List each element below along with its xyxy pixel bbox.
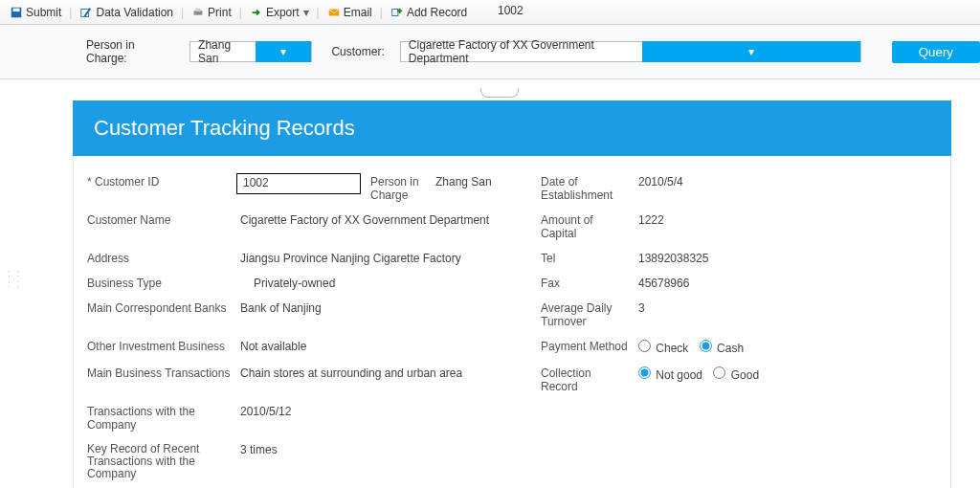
customer-select[interactable]: Cigarette Factory of XX Government Depar… [400, 41, 861, 62]
separator: | [237, 6, 244, 19]
payment-check-option[interactable]: Check [638, 342, 688, 355]
mbt-label: Main Business Transactions [83, 365, 236, 395]
print-label: Print [208, 6, 232, 19]
tel-value: 13892038325 [635, 250, 927, 267]
collection-label: Collection Record [537, 365, 635, 395]
validate-label: Data Validation [96, 6, 173, 19]
customer-id-label: * Customer ID [83, 173, 236, 204]
adt-value: 3 [635, 299, 927, 330]
krr-value: 3 times [236, 441, 529, 483]
svg-rect-4 [195, 8, 200, 11]
add-record-icon [390, 6, 404, 19]
page-title: Customer Tracking Records [73, 100, 951, 156]
validate-icon [79, 6, 93, 19]
person-in-charge-label: Person in Charge [367, 173, 432, 204]
add-record-label: Add Record [407, 6, 467, 19]
customer-id-input[interactable]: 1002 [236, 173, 361, 194]
print-button[interactable]: Print [186, 4, 237, 21]
banks-label: Main Correspondent Banks [83, 299, 236, 330]
submit-button[interactable]: Submit [4, 4, 67, 21]
payment-label: Payment Method [537, 338, 635, 357]
banks-value: Bank of Nanjing [236, 299, 537, 330]
tel-label: Tel [537, 250, 635, 267]
submit-label: Submit [26, 6, 61, 19]
print-icon [191, 6, 205, 19]
person-in-charge-filter-label: Person in Charge: [86, 38, 174, 65]
email-button[interactable]: Email [322, 4, 378, 21]
capital-value: 1222 [635, 211, 927, 242]
customer-name-value: Cigarette Factory of XX Government Depar… [236, 211, 537, 242]
customer-filter-label: Customer: [331, 45, 384, 58]
save-icon [10, 6, 23, 19]
payment-cash-option[interactable]: Cash [700, 342, 744, 355]
fax-value: 45678966 [635, 275, 927, 292]
separator: | [315, 6, 322, 19]
email-icon [327, 6, 341, 19]
collection-radio-group: Not good Good [635, 365, 927, 395]
record-form: * Customer ID 1002 Person in Charge Zhan… [73, 156, 951, 488]
export-label: Export [266, 6, 300, 19]
person-in-charge-selected: Zhang San [190, 38, 256, 65]
collapse-handle[interactable] [480, 88, 519, 98]
filter-bar: Person in Charge: Zhang San ▾ Customer: … [0, 25, 980, 79]
other-inv-value: Not available [236, 338, 537, 357]
customer-name-label: Customer Name [83, 211, 236, 242]
doe-value: 2010/5/4 [635, 173, 927, 204]
other-inv-label: Other Investment Business [83, 338, 236, 357]
business-type-value: Privately-owned [236, 275, 537, 292]
adt-label: Average Daily Turnover [537, 299, 635, 330]
mbt-value: Chain stores at surrounding and urban ar… [236, 365, 537, 395]
query-button[interactable]: Query [892, 41, 980, 63]
customer-selected: Cigarette Factory of XX Government Depar… [401, 38, 642, 65]
person-in-charge-value: Zhang San [432, 173, 537, 204]
svg-rect-1 [13, 8, 20, 11]
separator: | [67, 6, 74, 19]
data-validation-button[interactable]: Data Validation [74, 4, 179, 21]
toolbar: Submit | Data Validation | Print | Expor… [0, 0, 980, 25]
doe-label: Date of Establishment [537, 173, 635, 204]
krr-label: Key Record of Recent Transactions with t… [83, 441, 236, 483]
twc-value: 2010/5/12 [236, 403, 529, 433]
address-value: Jiangsu Province Nanjing Cigarette Facto… [236, 250, 537, 267]
svg-rect-6 [392, 9, 398, 15]
separator: | [179, 6, 186, 19]
side-drag-handle[interactable]: : :: : [8, 268, 21, 289]
collection-good-option[interactable]: Good [713, 368, 759, 382]
twc-label: Transactions with the Company [83, 403, 236, 433]
chevron-down-icon: ▾ [642, 41, 860, 62]
separator: | [378, 6, 385, 19]
export-button[interactable]: Export ▾ [244, 4, 315, 21]
dropdown-caret-icon: ▾ [303, 6, 309, 19]
add-record-button[interactable]: Add Record [385, 4, 473, 21]
chevron-down-icon: ▾ [256, 41, 311, 62]
payment-radio-group: Check Cash [635, 338, 927, 357]
top-id-display: 1002 [498, 4, 523, 17]
capital-label: Amount of Capital [537, 211, 635, 242]
content-area: Customer Tracking Records * Customer ID … [0, 79, 980, 488]
email-label: Email [344, 6, 372, 19]
address-label: Address [83, 250, 236, 267]
business-type-label: Business Type [83, 275, 236, 292]
fax-label: Fax [537, 275, 635, 292]
collection-notgood-option[interactable]: Not good [638, 368, 702, 382]
person-in-charge-select[interactable]: Zhang San ▾ [189, 41, 312, 62]
export-icon [250, 6, 263, 19]
